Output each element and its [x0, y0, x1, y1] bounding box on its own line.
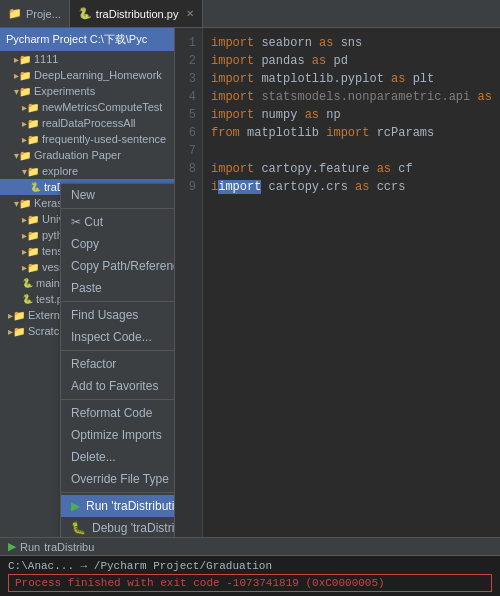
tree-item-1111[interactable]: ▸📁 1111 — [0, 51, 174, 67]
project-header-label: Pycharm Project C:\下载\Pyc — [6, 32, 147, 47]
project-header: Pycharm Project C:\下载\Pyc — [0, 28, 174, 51]
menu-item-paste[interactable]: Paste Ctrl+V — [61, 277, 175, 299]
menu-label-cut: ✂ Cut — [71, 215, 103, 229]
code-container: 1 2 3 4 5 6 7 8 9 import seaborn as sns … — [175, 28, 500, 537]
tree-label: 1111 — [34, 53, 58, 65]
py-tab-label: traDistribution.py — [96, 8, 179, 20]
tree-item-deeplearning[interactable]: ▸📁 DeepLearning_Homework — [0, 67, 174, 83]
tab-close-button[interactable]: ✕ — [186, 8, 194, 19]
menu-label-refactor: Refactor — [71, 357, 116, 371]
folder-icon: ▸📁 — [14, 70, 31, 81]
py-file-icon: 🐍 — [30, 182, 41, 192]
menu-label-overridefile: Override File Type — [71, 472, 169, 486]
tree-label: realDataProcessAll — [42, 117, 136, 129]
project-tab-label: Proje... — [26, 8, 61, 20]
menu-label-paste: Paste — [71, 281, 102, 295]
folder-icon: ▸📁 — [22, 230, 39, 241]
py-file-icon: 🐍 — [22, 278, 33, 288]
code-line-9: iimport cartopy.crs as ccrs — [211, 178, 492, 196]
menu-item-overridefile[interactable]: Override File Type — [61, 468, 175, 490]
debug-icon: 🐛 — [71, 521, 86, 535]
code-line-6: from matplotlib import rcParams — [211, 124, 492, 142]
code-line-8: import cartopy.feature as cf — [211, 160, 492, 178]
exit-message: Process finished with exit code -1073741… — [8, 574, 492, 592]
tab-bar: 📁 Proje... 🐍 traDistribution.py ✕ — [0, 0, 500, 28]
folder-icon: ▸📁 — [8, 310, 25, 321]
code-line-4: import statsmodels.nonparametric.api as … — [211, 88, 492, 106]
code-line-5: import numpy as np — [211, 106, 492, 124]
folder-icon: ▾📁 — [14, 86, 31, 97]
menu-separator — [61, 399, 175, 400]
menu-item-delete[interactable]: Delete... Delete — [61, 446, 175, 468]
folder-icon: ▾📁 — [14, 198, 31, 209]
tree-label: newMetricsComputeTest — [42, 101, 162, 113]
folder-icon: ▸📁 — [14, 54, 31, 65]
tree-item-frequently[interactable]: ▸📁 frequently-used-sentence — [0, 131, 174, 147]
menu-label-delete: Delete... — [71, 450, 116, 464]
menu-item-new[interactable]: New ▶ — [61, 184, 175, 206]
menu-item-findusages[interactable]: Find Usages — [61, 304, 175, 326]
menu-label-debug: 🐛 Debug 'traDistribution' — [71, 521, 175, 535]
editor-area: 1 2 3 4 5 6 7 8 9 import seaborn as sns … — [175, 28, 500, 537]
folder-icon: ▾📁 — [14, 150, 31, 161]
tree-label: DeepLearning_Homework — [34, 69, 162, 81]
tree-label: Experiments — [34, 85, 95, 97]
code-line-2: import pandas as pd — [211, 52, 492, 70]
menu-item-inspectcode[interactable]: Inspect Code... — [61, 326, 175, 348]
sidebar: Pycharm Project C:\下载\Pyc ▸📁 1111 ▸📁 Dee… — [0, 28, 175, 537]
code-line-1: import seaborn as sns — [211, 34, 492, 52]
bottom-panel: ▶ Run traDistribu C:\Anac... → /Pycharm … — [0, 537, 500, 596]
tree-item-experiments[interactable]: ▾📁 Experiments — [0, 83, 174, 99]
menu-item-run[interactable]: ▶ Run 'traDistribution' Ctrl+Shift+F10 — [61, 495, 175, 517]
menu-label-findusages: Find Usages — [71, 308, 138, 322]
run-tab-file: traDistribu — [44, 541, 94, 553]
folder-icon: ▸📁 — [22, 118, 39, 129]
code-line-3: import matplotlib.pyplot as plt — [211, 70, 492, 88]
tab-project[interactable]: 📁 Proje... — [0, 0, 70, 27]
run-tab-icon: ▶ — [8, 540, 16, 553]
tree-item-graduation[interactable]: ▾📁 Graduation Paper — [0, 147, 174, 163]
code-line-7 — [211, 142, 492, 160]
menu-label-reformat: Reformat Code — [71, 406, 152, 420]
tree-item-realdata[interactable]: ▸📁 realDataProcessAll — [0, 115, 174, 131]
tree-label: frequently-used-sentence — [42, 133, 166, 145]
menu-item-addtofavorites[interactable]: Add to Favorites ▶ — [61, 375, 175, 397]
menu-separator — [61, 301, 175, 302]
py-file-icon: 🐍 — [22, 294, 33, 304]
folder-icon: ▸📁 — [22, 246, 39, 257]
tab-tradistribution[interactable]: 🐍 traDistribution.py ✕ — [70, 0, 204, 27]
folder-icon: ▸📁 — [22, 262, 39, 273]
menu-separator — [61, 492, 175, 493]
line-numbers: 1 2 3 4 5 6 7 8 9 — [175, 28, 203, 537]
main-layout: Pycharm Project C:\下载\Pyc ▸📁 1111 ▸📁 Dee… — [0, 28, 500, 537]
folder-icon: ▸📁 — [22, 214, 39, 225]
tree-item-explore[interactable]: ▾📁 explore — [0, 163, 174, 179]
menu-item-reformat[interactable]: Reformat Code Ctrl+Alt+L — [61, 402, 175, 424]
tree-item-newmetrics[interactable]: ▸📁 newMetricsComputeTest — [0, 99, 174, 115]
tree-label: explore — [42, 165, 78, 177]
menu-item-debug[interactable]: 🐛 Debug 'traDistribution' — [61, 517, 175, 537]
menu-label-addtofavorites: Add to Favorites — [71, 379, 158, 393]
run-icon: ▶ — [71, 499, 80, 513]
tree-label: Graduation Paper — [34, 149, 121, 161]
context-menu: New ▶ ✂ Cut Ctrl+X Copy Ctrl+C Copy Path… — [60, 183, 175, 537]
menu-item-optimize[interactable]: Optimize Imports Ctrl+Alt+O — [61, 424, 175, 446]
folder-icon: ▸📁 — [22, 102, 39, 113]
menu-label-new: New — [71, 188, 95, 202]
menu-separator — [61, 350, 175, 351]
menu-item-refactor[interactable]: Refactor ▶ — [61, 353, 175, 375]
folder-icon: ▸📁 — [8, 326, 25, 337]
run-tab: ▶ Run traDistribu — [0, 538, 500, 556]
code-content[interactable]: import seaborn as sns import pandas as p… — [203, 28, 500, 537]
py-tab-icon: 🐍 — [78, 7, 92, 20]
project-tab-icon: 📁 — [8, 7, 22, 20]
run-path-label: C:\Anac... → /Pycharm Project/Graduation — [8, 560, 272, 572]
menu-label-copypath: Copy Path/Reference... — [71, 259, 175, 273]
menu-item-copy[interactable]: Copy Ctrl+C — [61, 233, 175, 255]
run-tab-label: Run — [20, 541, 40, 553]
menu-label-inspectcode: Inspect Code... — [71, 330, 152, 344]
menu-item-cut[interactable]: ✂ Cut Ctrl+X — [61, 211, 175, 233]
run-content: C:\Anac... → /Pycharm Project/Graduation… — [0, 556, 500, 596]
menu-item-copypath[interactable]: Copy Path/Reference... ▶ — [61, 255, 175, 277]
run-path: C:\Anac... → /Pycharm Project/Graduation — [8, 560, 492, 572]
